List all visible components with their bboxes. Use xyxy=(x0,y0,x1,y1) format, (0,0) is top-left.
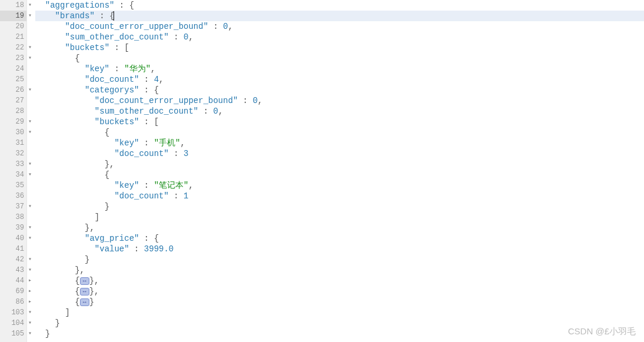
code-line[interactable]: "buckets" : [ xyxy=(35,117,644,127)
line-number: 20 xyxy=(0,21,26,32)
json-punctuation: : { xyxy=(139,85,159,95)
json-number: 0 xyxy=(213,107,218,116)
code-line[interactable]: "avg_price" : { xyxy=(35,233,644,244)
code-line[interactable]: {↔}, xyxy=(35,286,644,297)
code-line[interactable]: ] xyxy=(35,307,644,318)
json-punctuation: { xyxy=(105,128,109,137)
code-line[interactable]: "aggregations" : { xyxy=(35,0,644,11)
json-number: 3999.0 xyxy=(144,244,173,254)
json-punctuation: } xyxy=(85,255,89,264)
json-key: "key" xyxy=(114,181,139,190)
json-punctuation: : xyxy=(139,75,154,84)
line-number: 33▾ xyxy=(0,159,26,170)
code-line[interactable]: {↔}, xyxy=(35,275,644,286)
code-line[interactable]: ] xyxy=(35,212,644,223)
code-line[interactable]: { xyxy=(35,53,644,64)
code-line[interactable]: "sum_other_doc_count" : 0, xyxy=(35,106,644,117)
json-punctuation: { xyxy=(105,170,109,180)
line-number: 31 xyxy=(0,138,26,148)
line-number: 28 xyxy=(0,106,26,117)
json-punctuation: { xyxy=(75,297,79,307)
line-number: 32 xyxy=(0,148,26,159)
json-punctuation: }, xyxy=(105,160,115,169)
line-number: 37▾ xyxy=(0,201,26,212)
json-punctuation: : xyxy=(169,149,183,158)
code-line[interactable]: { xyxy=(35,170,644,180)
line-number: 104▾ xyxy=(0,318,26,328)
code-line[interactable]: "doc_count" : 4, xyxy=(35,74,644,85)
json-key: "doc_count" xyxy=(114,149,168,158)
line-number: 39▾ xyxy=(0,223,26,233)
code-line[interactable]: "doc_count" : 3 xyxy=(35,148,644,159)
code-line[interactable]: }, xyxy=(35,159,644,170)
json-key: "key" xyxy=(85,64,109,74)
json-number: 1 xyxy=(183,191,188,201)
json-punctuation: } xyxy=(45,329,50,338)
code-line[interactable]: "buckets" : [ xyxy=(35,42,644,53)
code-editor: 18▾19▾202122▾23▾242526▾272829▾30▾313233▾… xyxy=(0,0,644,342)
line-number: 18▾ xyxy=(0,0,26,11)
line-number: 26▾ xyxy=(0,85,26,95)
code-line[interactable]: "brands" : { xyxy=(35,11,644,21)
json-key: "avg_price" xyxy=(85,234,139,243)
code-line[interactable]: } xyxy=(35,328,644,339)
line-number: 41 xyxy=(0,244,26,254)
code-line[interactable]: "key" : "笔记本", xyxy=(35,180,644,191)
code-line[interactable]: "categorys" : { xyxy=(35,85,644,95)
line-number: 38 xyxy=(0,212,26,223)
json-punctuation: { xyxy=(75,287,79,296)
json-punctuation: , xyxy=(258,96,262,105)
line-number: 34▾ xyxy=(0,170,26,180)
line-number: 21 xyxy=(0,32,26,42)
code-line[interactable]: "key" : "华为", xyxy=(35,64,644,74)
code-line[interactable]: }, xyxy=(35,265,644,275)
json-punctuation: , xyxy=(159,75,163,84)
code-line[interactable]: "sum_other_doc_count" : 0, xyxy=(35,32,644,42)
code-line[interactable]: {↔} xyxy=(35,297,644,307)
json-number: 0 xyxy=(253,96,258,105)
line-number: 22▾ xyxy=(0,42,26,53)
line-number: 40▾ xyxy=(0,233,26,244)
json-string: "笔记本" xyxy=(154,181,189,190)
line-number: 86▸ xyxy=(0,297,26,307)
json-punctuation: , xyxy=(188,32,193,42)
json-punctuation: }, xyxy=(85,223,95,233)
json-punctuation: : xyxy=(139,138,154,148)
code-line[interactable]: { xyxy=(35,127,644,138)
code-line[interactable]: "doc_count" : 1 xyxy=(35,191,644,201)
code-line[interactable]: "key" : "手机", xyxy=(35,138,644,148)
code-area[interactable]: "aggregations" : { "brands" : { "doc_cou… xyxy=(27,0,644,342)
json-punctuation: , xyxy=(218,107,223,116)
code-line[interactable]: } xyxy=(35,254,644,265)
code-line[interactable]: "doc_count_error_upper_bound" : 0, xyxy=(35,95,644,106)
json-punctuation: { xyxy=(75,276,79,285)
line-number: 29▾ xyxy=(0,117,26,127)
json-punctuation: : xyxy=(109,64,124,74)
json-key: "key" xyxy=(114,138,139,148)
json-key: "sum_other_doc_count" xyxy=(65,32,168,42)
json-key: "aggregations" xyxy=(45,1,115,10)
json-punctuation: } xyxy=(105,202,109,211)
line-number: 30▾ xyxy=(0,127,26,138)
json-punctuation: }, xyxy=(89,276,99,285)
code-line[interactable]: }, xyxy=(35,223,644,233)
json-punctuation: ] xyxy=(65,308,69,317)
json-punctuation: : xyxy=(139,181,154,190)
json-key: "doc_count_error_upper_bound" xyxy=(65,22,208,31)
code-line[interactable]: } xyxy=(35,201,644,212)
json-punctuation: : xyxy=(129,244,144,254)
json-punctuation: , xyxy=(151,64,155,74)
code-line[interactable]: } xyxy=(35,318,644,328)
folded-code-badge[interactable]: ↔ xyxy=(80,298,89,306)
json-punctuation: }, xyxy=(75,265,85,275)
json-key: "categorys" xyxy=(85,85,139,95)
folded-code-badge[interactable]: ↔ xyxy=(80,277,89,285)
code-line[interactable]: "value" : 3999.0 xyxy=(35,244,644,254)
json-punctuation: : { xyxy=(139,234,159,243)
line-number: 23▾ xyxy=(0,53,26,64)
json-punctuation: : xyxy=(169,191,183,201)
code-line[interactable]: "doc_count_error_upper_bound" : 0, xyxy=(35,21,644,32)
folded-code-badge[interactable]: ↔ xyxy=(80,288,89,295)
json-key: "buckets" xyxy=(95,117,139,127)
json-key: "doc_count" xyxy=(85,75,139,84)
